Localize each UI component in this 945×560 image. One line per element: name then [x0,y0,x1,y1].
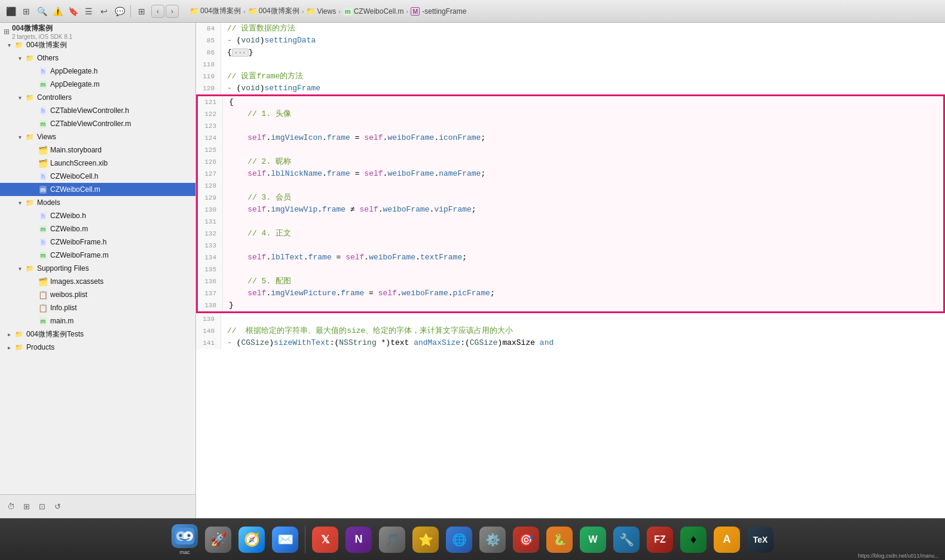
toggle-controllers[interactable]: ▾ [16,93,24,102]
sidebar-item-cztvc-h[interactable]: ▸ h CZTableViewController.h [0,104,195,117]
dock-item-app10[interactable]: 🔧 [611,524,642,555]
dock-item-app1[interactable]: 𝕏 [310,524,341,555]
dock-item-onenote[interactable]: N [343,524,374,555]
sidebar-item-launchscreen[interactable]: ▸ 🗂️ LaunchScreen.xib [0,157,195,170]
dock-item-app6[interactable]: ⚙️ [477,524,508,555]
svg-point-3 [179,534,182,537]
sidebar-item-controllers[interactable]: ▾ 📁 Controllers [0,91,195,104]
toolbar-icon-4[interactable]: ⚠️ [51,5,63,17]
file-icon-cztvc-h: h [38,106,48,115]
line-num-123: 123 [198,120,223,132]
sidebar-item-info-plist[interactable]: ▸ 📋 Info.plist [0,301,195,314]
dock-item-app13[interactable]: A [711,524,742,555]
sidebar-item-main-m[interactable]: ▸ m main.m [0,314,195,328]
sidebar-item-weibos-plist[interactable]: ▸ 📋 weibos.plist [0,288,195,301]
sidebar-item-tests[interactable]: ▸ 📁 004微博案例Tests [0,328,195,341]
toolbar-icon-8[interactable]: 💬 [114,5,126,17]
sidebar-bottom-icon-1[interactable]: ⏱ [5,501,17,513]
dock-item-app8[interactable]: 🐍 [544,524,575,555]
toolbar-icon-3[interactable]: 🔍 [36,5,48,17]
dock-item-app7[interactable]: 🎯 [510,524,542,555]
dock-item-safari[interactable]: 🧭 [236,524,267,555]
sidebar-bottom-icon-3[interactable]: ⊡ [36,501,48,513]
toggle-models[interactable]: ▾ [16,198,24,207]
sidebar-item-czweibocell-h[interactable]: ▸ h CZWeiboCell.h [0,170,195,183]
sidebar-label-info-plist: Info.plist [50,304,77,312]
sidebar-label-models: Models [37,198,60,207]
sidebar-item-main-storyboard[interactable]: ▸ 🗂️ Main.storyboard [0,143,195,157]
dock-item-finder[interactable]: mac [169,524,200,555]
dock-item-app3[interactable]: 🎵 [377,524,408,555]
code-line-84: 84 // 设置数据的方法 [196,23,945,35]
dock-separator-1 [305,526,305,553]
line-num-86: 86 [196,47,221,59]
toggle-supporting[interactable]: ▾ [16,264,24,273]
sidebar-label-czweibocell-h: CZWeiboCell.h [50,172,98,180]
sidebar-item-czweiboframe-m[interactable]: ▸ m CZWeiboFrame.m [0,249,195,262]
dock-item-mactex[interactable]: TeX [745,524,776,555]
dock-item-launchpad[interactable]: 🚀 [203,524,234,555]
toolbar-icon-5[interactable]: 🔖 [67,5,79,17]
line-content-127: self.lblNickName.frame = self.weiboFrame… [223,168,485,180]
breadcrumb-item-2-wrap: 📁 004微博案例 [248,6,299,16]
toggle-root[interactable]: ▾ [5,41,13,49]
line-content-134: self.lblText.frame = self.weiboFrame.tex… [223,252,467,264]
code-line-139: 139 [196,313,945,325]
sidebar-bottom-icon-4[interactable]: ↺ [51,501,63,513]
line-num-139: 139 [196,313,221,325]
line-num-137: 137 [198,287,223,299]
toolbar-separator [130,5,131,17]
breadcrumb-item-1[interactable]: 004微博案例 [200,6,241,16]
toolbar-icon-7[interactable]: ↩ [98,5,110,17]
breadcrumb-item-2[interactable]: 004微博案例 [259,6,299,16]
toggle-products[interactable]: ▸ [5,343,13,351]
folder-icon-root: 📁 [14,40,24,50]
toolbar-icon-6[interactable]: ☰ [82,5,94,17]
sidebar-label-appdelegate-h: AppDelegate.h [50,67,97,75]
toggle-tests[interactable]: ▸ [5,330,13,338]
sidebar-item-appdelegate-m[interactable]: ▸ m AppDelegate.m [0,78,195,91]
file-icon-czweibocell-h: h [38,172,48,181]
dock-item-app9[interactable]: W [577,524,608,555]
dock-icon-app4: ⭐ [412,527,439,553]
dock-item-app5[interactable]: 🌐 [444,524,475,555]
sidebar-item-appdelegate-h[interactable]: ▸ h AppDelegate.h [0,65,195,78]
sidebar-item-models[interactable]: ▾ 📁 Models [0,196,195,209]
toolbar-editor-icon[interactable]: ⊞ [136,5,148,17]
sidebar-item-cztvc-m[interactable]: ▸ m CZTableViewController.m [0,117,195,130]
sidebar-item-images[interactable]: ▸ 🗂️ Images.xcassets [0,275,195,288]
toggle-views[interactable]: ▾ [16,133,24,141]
nav-back-button[interactable]: ‹ [151,5,164,18]
sidebar-item-views[interactable]: ▾ 📁 Views [0,130,195,143]
svg-point-4 [188,534,191,537]
line-num-140: 140 [196,325,221,337]
code-line-137: 137 self.imgViewPicture.frame = self.wei… [198,287,943,299]
nav-forward-button[interactable]: › [166,5,179,18]
dock-item-mail[interactable]: ✉️ [270,524,301,555]
file-icon-launchscreen: 🗂️ [38,158,48,168]
sidebar-item-czweibo-m[interactable]: ▸ m CZWeibo.m [0,222,195,235]
breadcrumb-item-3[interactable]: Views [317,7,336,16]
line-num-128: 128 [198,180,223,192]
code-area[interactable]: 84 // 设置数据的方法 85 - (void)settingData 86 … [196,23,945,518]
dock-item-app12[interactable]: ♦️ [678,524,709,555]
line-content-85: - (void)settingData [221,35,316,47]
breadcrumb-nav: ‹ › [151,5,179,18]
toolbar-icon-2[interactable]: ⊞ [20,5,32,17]
sidebar-label-supporting: Supporting Files [37,264,89,273]
sidebar-item-root[interactable]: ▾ 📁 004微博案例 [0,38,195,51]
dock-item-app4[interactable]: ⭐ [410,524,441,555]
breadcrumb-item-5[interactable]: -settingFrame [422,7,466,16]
sidebar-item-czweiboframe-h[interactable]: ▸ h CZWeiboFrame.h [0,235,195,249]
sidebar-item-czweibocell-m[interactable]: ▸ m CZWeiboCell.m [0,183,195,196]
sidebar-bottom-icon-2[interactable]: ⊞ [20,501,32,513]
toolbar-icon-1[interactable]: ⬛ [5,5,17,17]
dock-item-filezilla[interactable]: FZ [644,524,675,555]
sidebar-item-others[interactable]: ▾ 📁 Others [0,51,195,65]
sidebar-item-czweibo-h[interactable]: ▸ h CZWeibo.h [0,209,195,222]
sidebar-item-products[interactable]: ▸ 📁 Products [0,341,195,354]
line-content-126: // 2. 昵称 [223,156,291,168]
toggle-others[interactable]: ▾ [16,54,24,62]
breadcrumb-item-4[interactable]: CZWeiboCell.m [354,7,404,16]
sidebar-item-supporting[interactable]: ▾ 📁 Supporting Files [0,262,195,275]
